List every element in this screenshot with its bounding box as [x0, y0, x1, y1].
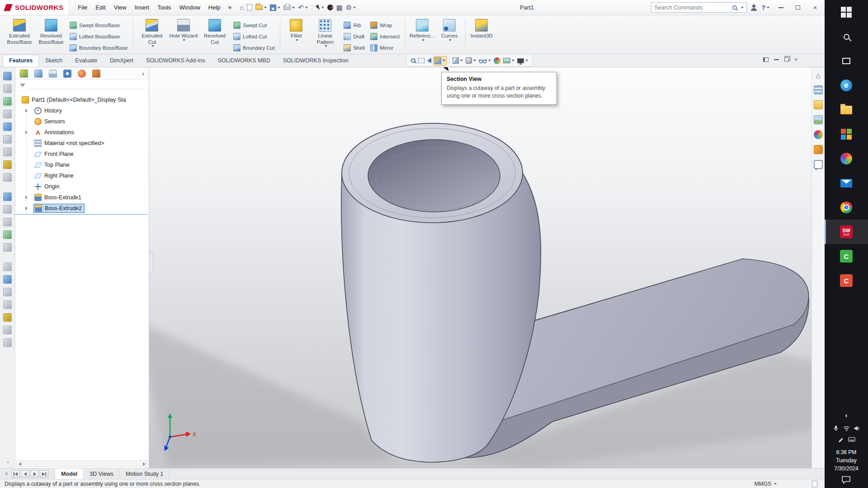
tab-3d-views[interactable]: 3D Views — [84, 469, 120, 479]
tab-dimxpert[interactable]: DimXpert — [104, 55, 140, 67]
collapse-strip-icon[interactable]: ‹ — [5, 461, 11, 463]
boundary-boss-button[interactable]: Boundary Boss/Base — [68, 44, 129, 52]
tree-item-boss-extrude1[interactable]: Boss-Extrude1 — [15, 192, 149, 203]
edge-browser-button[interactable]: e — [825, 73, 868, 98]
pin-panel-button[interactable] — [763, 57, 769, 62]
taskbar-search-button[interactable] — [825, 24, 868, 49]
custom-properties-icon[interactable] — [814, 145, 823, 154]
extruded-boss-button[interactable]: Extruded Boss/Base — [4, 17, 35, 53]
step-forward-button[interactable] — [30, 470, 39, 478]
left-toolbar-icon[interactable] — [3, 263, 12, 271]
zoom-fit-button[interactable] — [410, 57, 416, 64]
scroll-left-icon[interactable] — [19, 462, 21, 466]
solidworks-taskbar-button[interactable]: SW2018 — [825, 220, 868, 244]
featuremanager-tree-icon[interactable] — [20, 70, 28, 78]
revolved-boss-button[interactable]: Revolved Boss/Base — [35, 17, 67, 53]
tab-model[interactable]: Model — [55, 469, 84, 479]
user-account-icon[interactable] — [750, 5, 757, 11]
instant3d-button[interactable]: Instant3D — [468, 17, 495, 53]
extruded-cut-button[interactable]: Extruded Cut — [136, 17, 168, 53]
graphics-viewport[interactable]: X Section View Displays a cutaway of a p… — [149, 67, 811, 468]
left-toolbar-icon[interactable] — [3, 243, 12, 252]
go-to-end-button[interactable] — [40, 470, 48, 478]
close-window-button[interactable]: × — [808, 2, 822, 13]
display-style-button[interactable] — [465, 56, 477, 65]
fillet-button[interactable]: Fillet — [283, 17, 309, 53]
linear-pattern-button[interactable]: Linear Pattern — [309, 17, 341, 53]
doc-close-button[interactable]: × — [794, 56, 798, 63]
open-file-button[interactable] — [255, 4, 268, 11]
task-view-button[interactable] — [825, 49, 868, 73]
reference-geometry-button[interactable]: Referenc... — [408, 17, 436, 53]
search-dropdown-caret-icon[interactable] — [741, 7, 744, 9]
curves-button[interactable]: Curves — [436, 17, 462, 53]
expand-arrow-icon[interactable] — [25, 206, 28, 210]
3d-model[interactable]: X — [149, 67, 811, 468]
view-settings-button[interactable] — [516, 57, 529, 64]
left-toolbar-icon[interactable] — [3, 338, 12, 347]
propertymanager-icon[interactable] — [34, 70, 42, 78]
save-button[interactable] — [269, 3, 281, 12]
left-toolbar-icon[interactable] — [3, 97, 12, 106]
taskpane-home-icon[interactable]: ⌂ — [816, 72, 821, 80]
tree-item-material[interactable]: Material <not specified> — [15, 138, 149, 149]
configurationmanager-icon[interactable] — [49, 70, 57, 78]
camtasia-green-button[interactable]: C — [825, 244, 868, 268]
lofted-cut-button[interactable]: Lofted Cut — [232, 33, 276, 41]
doc-restore-button[interactable] — [784, 57, 789, 61]
app-tile-button[interactable] — [825, 122, 868, 146]
search-commands-box[interactable]: Search Commands — [651, 2, 747, 13]
mail-app-button[interactable] — [825, 171, 868, 195]
left-toolbar-icon[interactable] — [3, 122, 12, 131]
menu-tools[interactable]: Tools — [153, 2, 175, 13]
left-toolbar-icon[interactable] — [3, 110, 12, 118]
new-file-button[interactable] — [246, 3, 253, 12]
left-toolbar-icon[interactable] — [3, 72, 12, 80]
swept-cut-button[interactable]: Swept Cut — [232, 21, 276, 29]
tab-solidworks-addins[interactable]: SOLIDWORKS Add-Ins — [140, 55, 212, 67]
dimxpertmanager-icon[interactable] — [63, 70, 71, 78]
file-explorer-button[interactable] — [825, 98, 868, 122]
select-tool-button[interactable] — [316, 4, 325, 12]
draft-button[interactable]: Draft — [342, 33, 366, 41]
tree-item-right-plane[interactable]: Right Plane — [15, 170, 149, 181]
camtasia-red-button[interactable]: C — [825, 268, 868, 293]
design-library-icon[interactable] — [814, 85, 823, 94]
units-selector[interactable]: MMGS — [755, 481, 777, 487]
action-center-icon[interactable] — [841, 475, 851, 484]
tree-filter-input[interactable] — [28, 82, 144, 89]
left-toolbar-icon[interactable] — [3, 326, 12, 334]
manager-tabs-overflow-icon[interactable]: › — [142, 70, 144, 77]
expand-arrow-icon[interactable] — [25, 131, 28, 134]
forum-icon[interactable] — [814, 160, 823, 169]
menu-window[interactable]: Window — [175, 2, 204, 13]
hidden-icons-chevron[interactable]: ‹ — [845, 411, 848, 423]
file-properties-button[interactable]: ▦ — [335, 3, 344, 12]
apply-scene-button[interactable] — [502, 57, 515, 64]
tab-sketch[interactable]: Sketch — [39, 55, 69, 67]
lofted-boss-button[interactable]: Lofted Boss/Base — [68, 33, 129, 41]
tree-item-part1[interactable]: Part1 (Default<<Default>_Display Sta — [15, 94, 149, 105]
help-button[interactable]: ? — [760, 3, 770, 13]
file-explorer-icon[interactable] — [814, 100, 823, 109]
tree-item-sensors[interactable]: Sensors — [15, 116, 149, 127]
left-toolbar-icon[interactable] — [3, 148, 12, 156]
mirror-button[interactable]: Mirror — [369, 44, 401, 52]
tab-features[interactable]: Features — [3, 55, 39, 67]
tree-item-boss-extrude2[interactable]: Boss-Extrude2 — [15, 203, 149, 214]
view-orientation-button[interactable] — [452, 56, 464, 65]
scroll-right-icon[interactable] — [143, 462, 146, 466]
edit-appearance-button[interactable] — [493, 56, 501, 65]
tree-item-origin[interactable]: Origin — [15, 181, 149, 192]
photos-app-button[interactable] — [825, 146, 868, 171]
menu-view[interactable]: View — [110, 2, 131, 13]
tab-motion-study-1[interactable]: Motion Study 1 — [120, 469, 170, 479]
tab-solidworks-mbd[interactable]: SOLIDWORKS MBD — [212, 55, 277, 67]
left-toolbar-icon[interactable] — [3, 160, 12, 169]
left-toolbar-icon[interactable] — [3, 192, 12, 201]
minimize-window-button[interactable] — [774, 2, 788, 13]
chrome-button[interactable] — [825, 195, 868, 220]
intersect-button[interactable]: Intersect — [369, 33, 401, 41]
left-toolbar-icon[interactable] — [3, 205, 12, 214]
section-view-button[interactable] — [433, 56, 447, 66]
